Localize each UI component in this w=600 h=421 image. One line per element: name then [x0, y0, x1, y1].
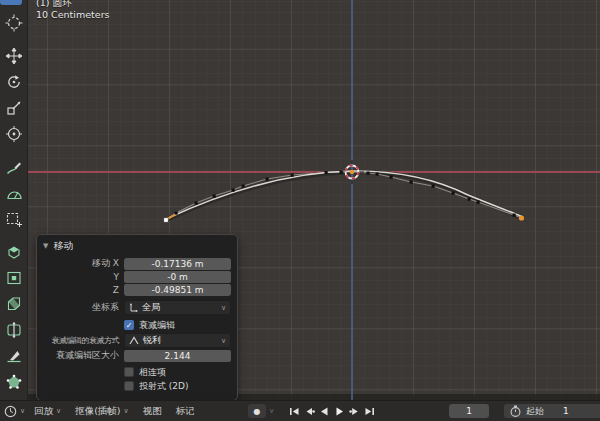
menu-keying[interactable]: 抠像(插帧)∨ [73, 405, 131, 418]
blender-window: (1) 圆环 10 Centimeters [0, 0, 600, 421]
clock-editor-icon [4, 405, 17, 418]
proportional-edit-checkbox[interactable]: ✓ [124, 320, 134, 330]
frame-start-value: 1 [563, 406, 569, 416]
loop-cut-tool-icon[interactable] [3, 319, 25, 340]
orientation-label: 坐标系 [43, 301, 119, 314]
menu-playback[interactable]: 回放∨ [32, 405, 63, 418]
jump-to-end-button[interactable] [363, 404, 375, 418]
tool-shelf [0, 0, 28, 401]
frame-start-label: 起始 [526, 405, 544, 418]
extrude-region-tool-icon[interactable] [3, 241, 25, 262]
editor-type-selector[interactable]: ∨ [4, 401, 25, 421]
inset-faces-tool-icon[interactable] [3, 267, 25, 288]
collection-label: (1) 圆环 [36, 0, 71, 8]
next-keyframe-button[interactable] [348, 404, 360, 418]
axis-z-line [351, 0, 353, 401]
play-reverse-button[interactable] [318, 404, 330, 418]
active-menu-fragment [0, 0, 22, 5]
sharp-falloff-icon [129, 336, 139, 345]
move-tool-icon[interactable] [3, 45, 25, 66]
knife-tool-icon[interactable] [3, 345, 25, 366]
prev-keyframe-button[interactable] [303, 404, 315, 418]
chevron-down-icon[interactable]: ∨ [269, 407, 274, 415]
frame-start-field[interactable]: 起始 1 [504, 404, 600, 418]
move-operator-panel[interactable]: ▼ 移动 移动 X -0.17136 m Y -0 m Z -0.49851 m… [36, 234, 238, 401]
chevron-down-icon: ∨ [124, 407, 129, 415]
falloff-dropdown[interactable]: 锐利 ∨ [124, 333, 231, 348]
axis-x-line [28, 171, 600, 173]
collapse-triangle-icon[interactable]: ▼ [43, 242, 48, 250]
proportional-edit-label: 衰减编辑 [139, 319, 175, 332]
move-y-label: Y [43, 272, 119, 282]
connected-only-checkbox[interactable] [124, 367, 134, 377]
orientation-dropdown[interactable]: 全局 ∨ [124, 300, 231, 315]
chevron-down-icon: ∨ [20, 407, 25, 415]
move-z-label: Z [43, 285, 119, 295]
timeline-bar: ∨ 回放∨ 抠像(插帧)∨ 视图 标记 ● ∨ 1 起始 1 [0, 400, 600, 421]
scale-tool-icon[interactable] [3, 97, 25, 118]
chevron-down-icon: ∨ [221, 304, 226, 312]
move-x-label: 移动 X [43, 257, 119, 270]
annotate-tool-icon[interactable] [3, 156, 25, 177]
jump-to-start-button[interactable] [288, 404, 300, 418]
current-frame-field[interactable]: 1 [449, 404, 489, 418]
proportional-size-label: 衰减编辑区大小 [43, 349, 119, 362]
check-icon: ✓ [126, 321, 133, 330]
chevron-down-icon: ∨ [221, 337, 226, 345]
menu-view[interactable]: 视图 [141, 405, 164, 418]
global-axes-icon [129, 303, 138, 312]
auto-keying-button[interactable]: ● [248, 404, 266, 418]
transform-tool-icon[interactable] [3, 123, 25, 144]
grid-scale-label: 10 Centimeters [36, 9, 110, 20]
orientation-value: 全局 [142, 301, 217, 314]
projected-2d-label: 投射式 (2D) [139, 380, 189, 393]
chevron-down-icon: ∨ [56, 407, 61, 415]
play-button[interactable] [333, 404, 345, 418]
move-y-field[interactable]: -0 m [124, 271, 231, 283]
falloff-label: 衰减编辑的衰减方式 [43, 335, 119, 346]
projected-2d-checkbox[interactable] [124, 381, 134, 391]
stopwatch-icon [510, 405, 521, 417]
panel-header[interactable]: ▼ 移动 [43, 238, 231, 253]
bevel-tool-icon[interactable] [3, 293, 25, 314]
proportional-size-field[interactable]: 2.144 [124, 350, 231, 362]
panel-title: 移动 [53, 239, 73, 253]
move-z-field[interactable]: -0.49851 m [124, 284, 231, 296]
cursor-tool-icon[interactable] [3, 12, 25, 33]
measure-tool-icon[interactable] [3, 182, 25, 203]
menu-markers[interactable]: 标记 [174, 405, 197, 418]
falloff-value: 锐利 [143, 334, 217, 347]
connected-only-label: 相连项 [139, 366, 166, 379]
move-x-field[interactable]: -0.17136 m [124, 258, 231, 270]
poly-build-tool-icon[interactable] [3, 371, 25, 392]
add-cube-tool-icon[interactable] [3, 208, 25, 229]
rotate-tool-icon[interactable] [3, 71, 25, 92]
record-dot-icon: ● [254, 407, 261, 416]
